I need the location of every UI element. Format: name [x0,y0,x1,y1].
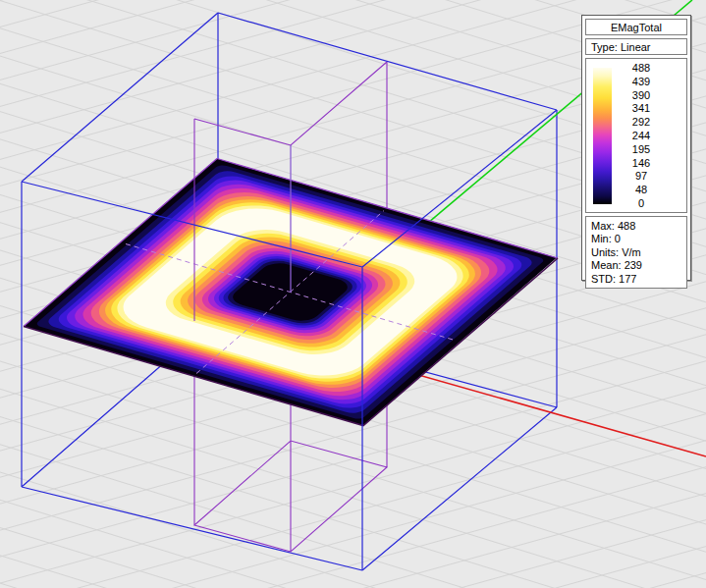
scale-tick-label: 244 [614,130,669,142]
scale-tick-label: 0 [614,197,669,210]
stat-units: Units: V/m [591,246,686,259]
stat-min: Min: 0 [591,233,686,245]
scale-tick-label: 390 [614,89,669,102]
scale-tick-label: 146 [614,157,669,170]
scale-tick-label: 48 [614,184,669,196]
legend-colorbar-section: 488 439 390 341 292 244 195 146 97 48 0 [585,58,687,213]
field-plot-legend-panel: EMagTotal Type: Linear 488 439 390 341 2… [581,15,691,281]
stat-std: STD: 177 [591,273,686,286]
legend-scale-type: Type: Linear [585,38,687,55]
stat-mean: Mean: 239 [591,259,686,272]
scale-tick-label: 341 [614,102,669,115]
scale-tick-label: 488 [614,62,669,75]
scale-tick-label: 292 [614,116,669,129]
colorbar-gradient [593,68,612,204]
scale-tick-label: 439 [614,76,669,88]
scale-tick-label: 195 [614,143,669,156]
em-simulation-viewport-window: { "legend": { "title": "EMagTotal", "typ… [0,0,706,588]
colorbar-scale-labels: 488 439 390 341 292 244 195 146 97 48 0 [614,62,669,210]
stat-max: Max: 488 [591,220,686,233]
scale-tick-label: 97 [614,170,669,183]
legend-quantity-title: EMagTotal [585,19,687,35]
legend-statistics-section: Max: 488 Min: 0 Units: V/m Mean: 239 STD… [585,216,687,289]
